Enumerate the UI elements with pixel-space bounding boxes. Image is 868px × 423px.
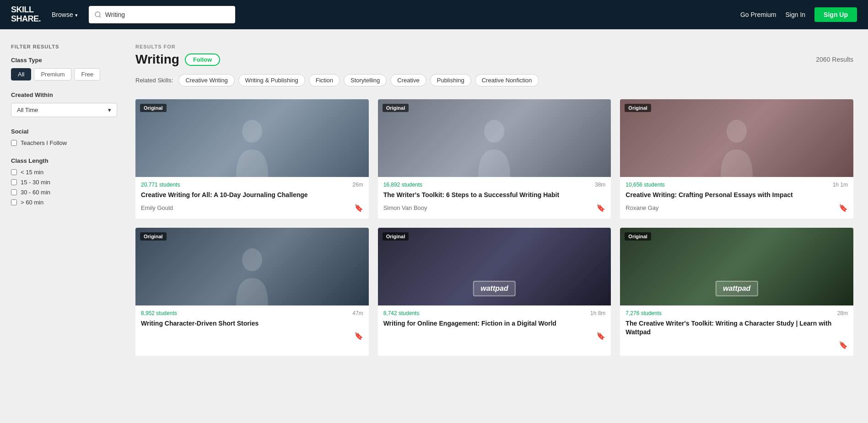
- main-content: RESULTS FOR Writing Follow 2060 Results …: [128, 29, 868, 370]
- sign-up-button[interactable]: Sign Up: [814, 7, 857, 22]
- results-title: Writing: [135, 52, 179, 67]
- course-card-2[interactable]: Original 10,656 students 1h 1m Creative …: [620, 99, 853, 219]
- created-within-label: Created Within: [11, 91, 117, 98]
- svg-point-0: [95, 12, 100, 17]
- search-bar: [89, 6, 235, 23]
- original-badge-0: Original: [140, 104, 167, 112]
- course-footer-5: 🔖: [625, 341, 848, 349]
- svg-point-4: [727, 120, 747, 143]
- course-footer-4: 🔖: [383, 332, 606, 340]
- page-container: FILTER RESULTS Class Type All Premium Fr…: [0, 0, 868, 370]
- go-premium-button[interactable]: Go Premium: [740, 11, 776, 18]
- results-count: 2060 Results: [816, 56, 853, 63]
- length-15-30[interactable]: 15 - 30 min: [11, 179, 117, 186]
- created-within-select[interactable]: All Time ▾: [11, 103, 117, 117]
- course-title-5: The Creative Writer's Toolkit: Writing a…: [625, 319, 848, 337]
- original-badge-4: Original: [383, 232, 409, 241]
- sidebar: FILTER RESULTS Class Type All Premium Fr…: [0, 29, 128, 370]
- bookmark-icon-0[interactable]: 🔖: [354, 203, 363, 212]
- skillshare-logo: SKILL SHARE.: [11, 5, 41, 24]
- class-length-label: Class Length: [11, 157, 117, 164]
- length-gt60[interactable]: > 60 min: [11, 199, 117, 206]
- follow-button[interactable]: Follow: [185, 54, 220, 66]
- course-footer-2: Roxane Gay 🔖: [625, 203, 848, 212]
- browse-button[interactable]: Browse: [52, 11, 78, 18]
- students-count-4: 8,742 students: [383, 310, 420, 316]
- course-title-1: The Writer's Toolkit: 6 Steps to a Succe…: [383, 191, 606, 200]
- skill-tag-creative[interactable]: Creative: [390, 74, 426, 86]
- results-title-row: Writing Follow: [135, 52, 220, 67]
- social-section: Social Teachers I Follow: [11, 128, 117, 146]
- person-silhouette-1: [474, 118, 515, 177]
- person-silhouette-3: [232, 246, 273, 305]
- course-card-3[interactable]: Original 8,952 students 47m Writing Char…: [135, 228, 369, 356]
- skill-tag-publishing[interactable]: Publishing: [430, 74, 471, 86]
- duration-4: 1h 8m: [590, 310, 605, 316]
- duration-5: 28m: [837, 310, 848, 316]
- course-card-5[interactable]: Original wattpad 7,276 students 28m The …: [620, 228, 853, 356]
- course-info-5: 7,276 students 28m The Creative Writer's…: [620, 305, 853, 356]
- class-type-all[interactable]: All: [11, 68, 31, 80]
- class-type-buttons: All Premium Free: [11, 68, 117, 80]
- related-skills-row: Related Skills: Creative Writing Writing…: [135, 74, 853, 86]
- class-type-section: Class Type All Premium Free: [11, 57, 117, 80]
- svg-point-3: [484, 120, 504, 143]
- duration-3: 47m: [352, 310, 363, 316]
- course-grid: Original 20,771 students 26m Creative Wr…: [135, 99, 853, 356]
- course-thumbnail-2: Original: [620, 99, 853, 177]
- length-gt60-checkbox[interactable]: [11, 199, 17, 205]
- course-card-4[interactable]: Original wattpad 8,742 students 1h 8m Wr…: [378, 228, 611, 356]
- length-lt15-checkbox[interactable]: [11, 169, 17, 175]
- length-lt15[interactable]: < 15 min: [11, 169, 117, 176]
- students-count-2: 10,656 students: [625, 182, 664, 188]
- svg-point-5: [242, 248, 262, 271]
- instructor-1: Simon Van Booy: [383, 204, 427, 211]
- course-card-0[interactable]: Original 20,771 students 26m Creative Wr…: [135, 99, 369, 219]
- instructor-2: Roxane Gay: [625, 204, 658, 211]
- course-title-2: Creative Writing: Crafting Personal Essa…: [625, 191, 848, 200]
- bookmark-icon-3[interactable]: 🔖: [354, 332, 363, 340]
- person-silhouette-2: [716, 118, 757, 177]
- course-card-1[interactable]: Original 16,892 students 38m The Writer'…: [378, 99, 611, 219]
- skill-tag-fiction[interactable]: Fiction: [309, 74, 340, 86]
- length-30-60-checkbox[interactable]: [11, 189, 17, 195]
- course-thumbnail-5: Original wattpad: [620, 228, 853, 305]
- skill-tag-writing-publishing[interactable]: Writing & Publishing: [238, 74, 305, 86]
- sign-in-button[interactable]: Sign In: [786, 11, 806, 18]
- bookmark-icon-4[interactable]: 🔖: [596, 332, 605, 340]
- class-length-section: Class Length < 15 min 15 - 30 min 30 - 6…: [11, 157, 117, 206]
- bookmark-icon-2[interactable]: 🔖: [839, 203, 848, 212]
- class-type-premium[interactable]: Premium: [34, 68, 71, 80]
- course-meta-2: 10,656 students 1h 1m: [625, 182, 848, 188]
- search-input[interactable]: [105, 11, 230, 18]
- original-badge-5: Original: [625, 232, 651, 241]
- skill-tag-creative-writing[interactable]: Creative Writing: [178, 74, 234, 86]
- wattpad-logo-5: wattpad: [716, 281, 758, 296]
- length-30-60[interactable]: 30 - 60 min: [11, 189, 117, 196]
- teachers-i-follow-checkbox-label[interactable]: Teachers I Follow: [11, 139, 117, 146]
- teachers-i-follow-checkbox[interactable]: [11, 140, 17, 146]
- original-badge-2: Original: [625, 104, 651, 112]
- original-badge-3: Original: [140, 232, 167, 241]
- course-thumbnail-0: Original: [135, 99, 369, 177]
- course-meta-5: 7,276 students 28m: [625, 310, 848, 316]
- skill-tag-creative-nonfiction[interactable]: Creative Nonfiction: [475, 74, 539, 86]
- class-type-free[interactable]: Free: [74, 68, 100, 80]
- course-thumbnail-3: Original: [135, 228, 369, 305]
- skill-tag-storytelling[interactable]: Storytelling: [344, 74, 387, 86]
- course-footer-0: Emily Gould 🔖: [141, 203, 363, 212]
- course-footer-3: 🔖: [141, 332, 363, 340]
- length-15-30-checkbox[interactable]: [11, 179, 17, 185]
- bookmark-icon-5[interactable]: 🔖: [839, 341, 848, 349]
- results-header: Writing Follow 2060 Results: [135, 52, 853, 67]
- search-icon: [94, 11, 102, 18]
- course-meta-4: 8,742 students 1h 8m: [383, 310, 606, 316]
- bookmark-icon-1[interactable]: 🔖: [596, 203, 605, 212]
- course-thumbnail-4: Original wattpad: [378, 228, 611, 305]
- course-title-3: Writing Character-Driven Short Stories: [141, 319, 363, 328]
- social-label: Social: [11, 128, 117, 135]
- course-info-4: 8,742 students 1h 8m Writing for Online …: [378, 305, 611, 347]
- course-meta-1: 16,892 students 38m: [383, 182, 606, 188]
- results-for-label: RESULTS FOR: [135, 44, 853, 49]
- wattpad-logo-4: wattpad: [473, 281, 515, 296]
